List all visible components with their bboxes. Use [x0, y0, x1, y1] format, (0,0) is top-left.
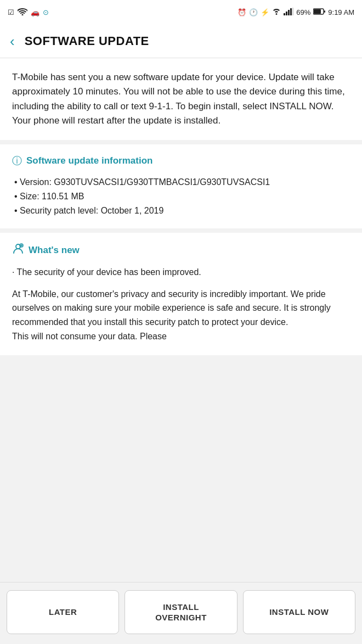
svg-rect-3 [290, 8, 292, 15]
time: 9:19 AM [328, 8, 354, 16]
person-icon [12, 243, 24, 257]
svg-rect-7 [314, 9, 321, 14]
main-content: T-Mobile has sent you a new software upd… [0, 58, 362, 425]
signal-bars-icon [284, 8, 293, 17]
svg-rect-0 [284, 13, 285, 15]
battery-percent: 69% [296, 8, 310, 16]
list-item: Security patch level: October 1, 2019 [12, 204, 350, 218]
status-bar-right: ⏰ 🕐 ⚡ 69% 9:19 AM [237, 8, 354, 17]
whats-new-section: What's new · The security of your device… [0, 233, 362, 355]
checkbox-icon: ☑ [8, 8, 14, 16]
intro-text: T-Mobile has sent you a new software upd… [12, 70, 350, 128]
wifi-icon [18, 8, 27, 17]
bottom-buttons: LATER INSTALL OVERNIGHT INSTALL NOW [0, 582, 362, 644]
back-button[interactable]: ‹ [10, 34, 15, 48]
info-icon: ⓘ [12, 154, 22, 167]
install-now-button[interactable]: INSTALL NOW [243, 590, 355, 634]
update-info-list: Version: G930TUVSACSI1/G930TTMBACSI1/G93… [12, 175, 350, 217]
svg-rect-6 [324, 10, 325, 13]
battery-icon [313, 8, 325, 16]
svg-rect-4 [292, 8, 293, 15]
bolt-icon: ⚡ [261, 8, 269, 16]
status-bar-left: ☑ 🚗 ⊙ [8, 8, 49, 17]
list-item: Version: G930TUVSACSI1/G930TTMBACSI1/G93… [12, 175, 350, 189]
car-icon: 🚗 [31, 8, 39, 16]
svg-rect-1 [286, 12, 287, 15]
status-bar: ☑ 🚗 ⊙ ⏰ 🕐 ⚡ 69% [0, 0, 362, 24]
alarm-icon: ⏰ [237, 8, 246, 16]
security-text: · The security of your device has been i… [12, 265, 350, 279]
whats-new-label: What's new [29, 245, 80, 256]
update-info-label: Software update information [26, 155, 152, 166]
whats-new-header: What's new [12, 243, 350, 257]
clock-icon: 🕐 [249, 8, 258, 16]
update-info-header: ⓘ Software update information [12, 154, 350, 167]
later-button[interactable]: LATER [7, 590, 119, 634]
header: ‹ SOFTWARE UPDATE [0, 24, 362, 58]
privacy-text: At T-Mobile, our customer's privacy and … [12, 287, 350, 343]
install-overnight-button[interactable]: INSTALL OVERNIGHT [125, 590, 237, 634]
shazam-icon: ⊙ [43, 8, 49, 16]
wifi-signal-icon [272, 8, 281, 16]
svg-rect-2 [288, 10, 290, 15]
intro-section: T-Mobile has sent you a new software upd… [0, 58, 362, 140]
list-item: Size: 110.51 MB [12, 189, 350, 204]
update-info-section: ⓘ Software update information Version: G… [0, 144, 362, 228]
page-title: SOFTWARE UPDATE [25, 34, 149, 48]
